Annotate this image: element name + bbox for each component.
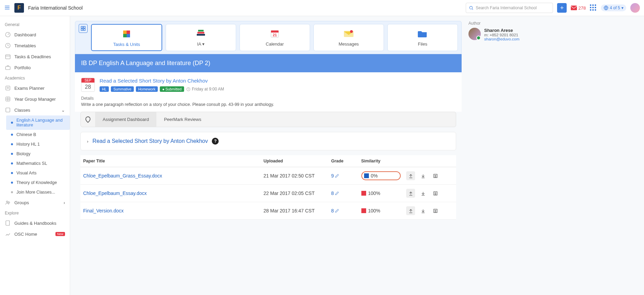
class-dot-icon — [11, 134, 13, 136]
tab-peermark-reviews[interactable]: PeerMark Reviews — [156, 112, 209, 127]
sidebar-item-portfolio[interactable]: Portfolio — [0, 62, 70, 73]
date-month: SEP — [81, 78, 94, 83]
tag-hl: HL — [100, 86, 109, 92]
similarity-badge[interactable]: 100% — [361, 208, 401, 213]
story-expand-row[interactable]: › Read a Selected Short Story by Anton C… — [80, 132, 456, 150]
svg-rect-30 — [81, 26, 83, 28]
author-name: Sharon Arese — [484, 28, 519, 33]
details-text: Write a one paragraph reflection on a st… — [81, 102, 455, 107]
grade-link[interactable]: 9 — [331, 173, 356, 179]
mail-badge[interactable]: 278 — [571, 5, 586, 11]
sidebar-item-osc[interactable]: OSC Home New — [0, 229, 70, 239]
table-icon — [5, 96, 11, 102]
table-row: Chloe_Epelbaum_Grass_Essay.docx21 Mar 20… — [80, 167, 456, 185]
paper-title-link[interactable]: Chloe_Epelbaum_Essay.docx — [83, 190, 147, 196]
details-button[interactable] — [431, 171, 440, 180]
grade-link[interactable]: 8 — [331, 208, 356, 213]
add-button[interactable]: + — [557, 3, 567, 13]
author-email[interactable]: sharon@eduvo.com — [484, 37, 519, 41]
class-dot-icon — [11, 191, 13, 193]
pencil-icon — [335, 209, 339, 213]
paper-title-link[interactable]: Final_Version.docx — [83, 208, 124, 213]
sidebar-class-item[interactable]: Join More Classes... — [6, 187, 70, 197]
class-label: Visual Arts — [16, 171, 37, 175]
col-paper-title: Paper Title — [80, 155, 261, 167]
sidebar-item-timetables[interactable]: Timetables — [0, 40, 70, 51]
pencil-icon — [335, 191, 339, 195]
sidebar-item-classes[interactable]: Classes ⌄ — [0, 105, 70, 115]
briefcase-icon — [5, 64, 11, 71]
download-button[interactable] — [418, 171, 427, 180]
col-similarity: Similarity — [359, 155, 404, 167]
table-row: Chloe_Epelbaum_Essay.docx22 Mar 2017 02:… — [80, 185, 456, 202]
list-icon — [433, 173, 438, 179]
upload-button[interactable] — [406, 171, 415, 180]
globe-icon — [604, 5, 608, 10]
class-label: History HL 1 — [16, 142, 40, 147]
grid-icon — [81, 26, 86, 31]
assignment-header: SEP 28 Read a Selected Short Story by An… — [75, 72, 462, 96]
author-phone: m: +852 9201 8021 — [484, 33, 519, 37]
story-title-link[interactable]: Read a Selected Short Story by Anton Che… — [92, 138, 208, 144]
sidebar-class-item[interactable]: Mathematics SL — [6, 159, 70, 168]
similarity-badge[interactable]: 100% — [361, 190, 401, 196]
hamburger-icon[interactable] — [4, 4, 10, 12]
help-icon[interactable]: ? — [212, 138, 219, 145]
sidebar-item-exams[interactable]: Exams Planner — [0, 83, 70, 94]
turnitin-icon — [81, 112, 95, 127]
tag-submitted: Submitted — [160, 86, 184, 92]
tab-calendar[interactable]: 21 Calendar — [240, 24, 310, 51]
sidebar-class-item[interactable]: Visual Arts — [6, 168, 70, 178]
sidebar-class-item[interactable]: Theory of Knowledge — [6, 178, 70, 187]
similarity-swatch-icon — [364, 173, 369, 178]
upload-button[interactable] — [406, 206, 415, 215]
sidebar-class-item[interactable]: Biology — [6, 149, 70, 159]
details-button[interactable] — [431, 189, 440, 198]
tab-label: Messages — [317, 41, 380, 47]
sidebar-item-tasks[interactable]: Tasks & Deadlines — [0, 51, 70, 62]
grid-toggle-button[interactable] — [79, 24, 88, 33]
similarity-swatch-icon — [361, 208, 366, 213]
user-avatar[interactable] — [630, 3, 640, 13]
paper-title-link[interactable]: Chloe_Epelbaum_Grass_Essay.docx — [83, 173, 162, 179]
svg-rect-6 — [590, 4, 591, 6]
tab-tasks-units[interactable]: Tasks & Units — [91, 24, 162, 51]
svg-rect-34 — [197, 34, 205, 36]
author-panel: Author Sharon Arese m: +852 9201 8021 sh… — [468, 16, 537, 295]
sidebar-class-item[interactable]: Chinese B — [6, 130, 70, 139]
sidebar-item-yeargroup[interactable]: Year Group Manager — [0, 94, 70, 105]
apps-grid-icon[interactable] — [590, 4, 597, 11]
details-button[interactable] — [431, 206, 440, 215]
uploaded-cell: 21 Mar 2017 02:50 CST — [261, 167, 329, 185]
sidebar-item-groups[interactable]: Groups › — [0, 197, 70, 208]
svg-rect-36 — [198, 30, 204, 32]
tab-ia[interactable]: IA ▾ — [166, 24, 236, 51]
upload-button[interactable] — [406, 189, 415, 198]
download-button[interactable] — [418, 189, 427, 198]
svg-text:21: 21 — [273, 33, 277, 37]
tab-assignment-dashboard[interactable]: Assignment Dashboard — [95, 112, 156, 127]
sidebar-class-item[interactable]: History HL 1 — [6, 139, 70, 149]
assignment-title-link[interactable]: Read a Selected Short Story by Anton Che… — [100, 78, 208, 84]
date-day: 28 — [81, 83, 94, 91]
details-block: Details Write a one paragraph reflection… — [75, 96, 462, 112]
school-logo[interactable]: F — [14, 3, 24, 13]
download-button[interactable] — [418, 206, 427, 215]
grade-link[interactable]: 8 — [331, 190, 356, 196]
folder-icon — [391, 28, 454, 39]
sidebar-item-guides[interactable]: Guides & Handbooks — [0, 218, 70, 229]
tab-messages[interactable]: Messages — [313, 24, 384, 51]
clock-icon — [186, 87, 191, 91]
similarity-swatch-icon — [361, 191, 366, 196]
sidebar-item-dashboard[interactable]: Dashboard — [0, 29, 70, 40]
clock-icon — [5, 42, 11, 49]
search-input[interactable]: Search Faria International School — [466, 3, 553, 13]
search-placeholder: Search Faria International School — [476, 5, 537, 10]
class-dot-icon — [11, 162, 13, 164]
author-avatar[interactable] — [468, 28, 481, 40]
tab-files[interactable]: Files — [387, 24, 458, 51]
sidebar-class-item[interactable]: English A Language and literature — [6, 115, 70, 130]
tour-progress-badge[interactable]: 4 of 5 ▾ — [601, 4, 626, 11]
similarity-badge[interactable]: 0% — [361, 171, 401, 180]
svg-rect-31 — [83, 26, 85, 28]
